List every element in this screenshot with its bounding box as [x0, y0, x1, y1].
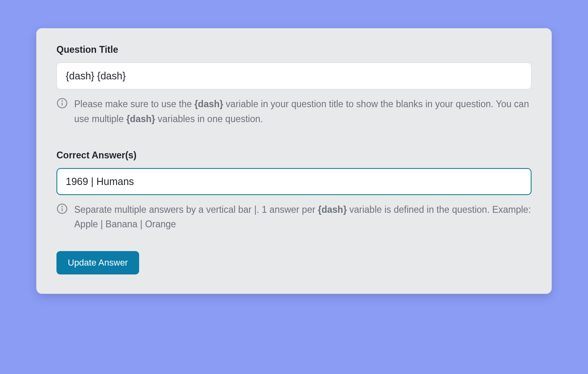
- info-icon: [56, 98, 68, 113]
- question-title-input[interactable]: [56, 62, 532, 89]
- correct-answers-help: Separate multiple answers by a vertical …: [56, 202, 532, 232]
- svg-point-2: [62, 101, 62, 101]
- form-card: Question Title Please make sure to use t…: [36, 28, 552, 294]
- svg-point-5: [62, 206, 62, 207]
- question-title-help: Please make sure to use the {dash} varia…: [56, 97, 532, 127]
- correct-answers-input[interactable]: [56, 168, 532, 195]
- update-answer-button[interactable]: Update Answer: [56, 251, 139, 274]
- info-icon: [56, 203, 68, 219]
- correct-answers-label: Correct Answer(s): [56, 150, 532, 161]
- question-title-help-text: Please make sure to use the {dash} varia…: [74, 97, 532, 127]
- question-title-label: Question Title: [56, 44, 532, 55]
- correct-answers-help-text: Separate multiple answers by a vertical …: [74, 202, 532, 232]
